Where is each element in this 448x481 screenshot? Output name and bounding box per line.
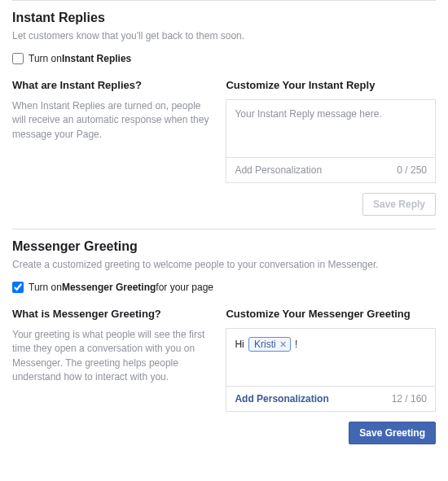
toggle-suffix: for your page	[156, 282, 213, 293]
toggle-bold: Messenger Greeting	[62, 282, 156, 293]
instant-replies-title: Instant Replies	[12, 11, 436, 25]
toggle-prefix: Turn on	[29, 282, 62, 293]
messenger-greeting-section: Messenger Greeting Create a customized g…	[12, 229, 436, 457]
messenger-greeting-left: What is Messenger Greeting? Your greetin…	[12, 308, 211, 457]
what-is-greeting-desc: Your greeting is what people will see th…	[12, 328, 211, 385]
what-is-greeting-heading: What is Messenger Greeting?	[12, 308, 211, 320]
personalization-token[interactable]: Kristi✕	[248, 337, 291, 352]
save-reply-button[interactable]: Save Reply	[362, 193, 436, 216]
add-personalization-disabled: Add Personalization	[235, 164, 322, 176]
greeting-hi: Hi	[235, 339, 247, 350]
instant-replies-left: What are Instant Replies? When Instant R…	[12, 79, 211, 229]
instant-replies-right: Customize Your Instant Reply Your Instan…	[226, 79, 436, 229]
messenger-greeting-checkbox[interactable]	[12, 282, 24, 293]
messenger-greeting-right: Customize Your Messenger Greeting Hi Kri…	[226, 308, 436, 457]
what-are-desc: When Instant Replies are turned on, peop…	[12, 99, 211, 142]
what-are-heading: What are Instant Replies?	[12, 79, 211, 91]
greeting-textbox-wrap: Hi Kristi✕ ! Add Personalization 12 / 16…	[226, 328, 436, 412]
instant-reply-textarea[interactable]: Your Instant Reply message here.	[226, 100, 435, 157]
customize-greeting-heading: Customize Your Messenger Greeting	[226, 308, 436, 320]
token-label: Kristi	[254, 339, 276, 350]
greeting-button-row: Save Greeting	[226, 422, 436, 444]
greeting-textarea[interactable]: Hi Kristi✕ !	[226, 329, 435, 386]
instant-reply-counter: 0 / 250	[397, 164, 427, 176]
instant-replies-columns: What are Instant Replies? When Instant R…	[12, 79, 436, 229]
instant-replies-subtitle: Let customers know that you'll get back …	[12, 30, 436, 42]
close-icon[interactable]: ✕	[279, 339, 287, 350]
customize-reply-heading: Customize Your Instant Reply	[226, 79, 436, 91]
toggle-prefix: Turn on	[29, 53, 62, 64]
save-greeting-button[interactable]: Save Greeting	[349, 422, 436, 444]
instant-replies-section: Instant Replies Let customers know that …	[12, 0, 436, 229]
greeting-after: !	[292, 339, 298, 350]
add-personalization-link[interactable]: Add Personalization	[235, 393, 328, 404]
greeting-footer: Add Personalization 12 / 160	[226, 386, 435, 411]
instant-reply-footer: Add Personalization 0 / 250	[226, 157, 435, 182]
messenger-greeting-columns: What is Messenger Greeting? Your greetin…	[12, 308, 436, 457]
instant-reply-button-row: Save Reply	[226, 193, 436, 216]
toggle-bold: Instant Replies	[62, 53, 131, 64]
messenger-greeting-title: Messenger Greeting	[12, 239, 436, 254]
messenger-greeting-subtitle: Create a customized greeting to welcome …	[12, 259, 436, 270]
instant-replies-toggle-row[interactable]: Turn on Instant Replies	[12, 53, 436, 64]
messenger-greeting-toggle-row[interactable]: Turn on Messenger Greeting for your page	[12, 282, 436, 293]
greeting-counter: 12 / 160	[392, 393, 427, 404]
instant-replies-checkbox[interactable]	[12, 53, 24, 64]
instant-reply-textbox-wrap: Your Instant Reply message here. Add Per…	[226, 99, 436, 183]
